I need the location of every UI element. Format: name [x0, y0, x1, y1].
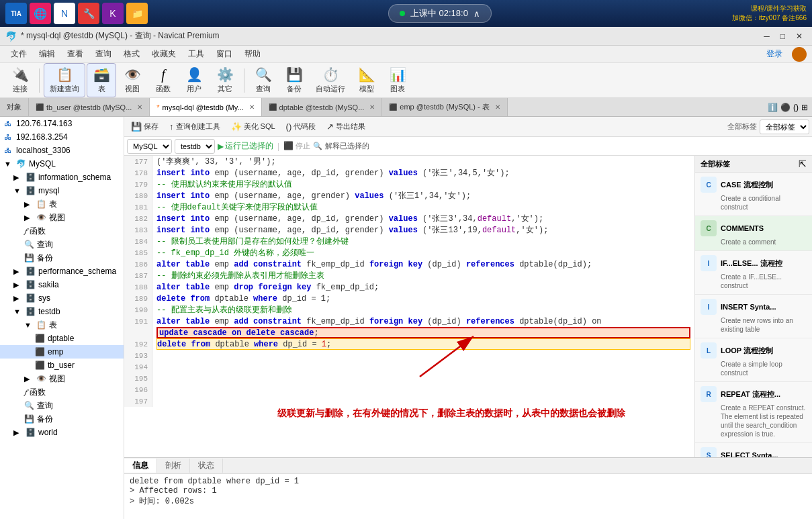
sidebar-conn-1[interactable]: 🖧 120.76.174.163	[0, 117, 124, 130]
sidebar-performance-schema[interactable]: ▶ 🗄️ performance_schema	[0, 265, 124, 278]
toolbar-user[interactable]: 👤 用户	[179, 64, 209, 97]
sidebar-world[interactable]: ▶ 🗄️ world	[0, 426, 124, 439]
sidebar-mysql-func[interactable]: 𝑓 函数	[0, 224, 124, 238]
testdb-query-label: 查询	[37, 400, 53, 412]
right-panel-loop-header[interactable]: L LOOP 流程控制	[695, 338, 812, 360]
sidebar-testdb-view[interactable]: ▶ 👁️ 视图	[0, 372, 124, 385]
tab-dptable-close[interactable]: ✕	[369, 103, 375, 111]
toolbar-other[interactable]: ⚙️ 其它	[210, 64, 240, 97]
sidebar-information-schema[interactable]: ▶ 🗄️ information_schema	[0, 171, 124, 184]
right-panel-expand-icon[interactable]: ⇱	[799, 158, 807, 169]
menu-format[interactable]: 格式	[118, 47, 145, 61]
tab-emp-close[interactable]: ✕	[495, 103, 500, 111]
menu-view[interactable]: 查看	[62, 47, 89, 61]
explain-btn[interactable]: 🔍 解释已选择的	[313, 141, 369, 151]
sidebar-mysql[interactable]: ▼ 🐬 MySQL	[0, 157, 124, 171]
taskbar-center: 上课中 02:18:0 ∧	[150, 4, 729, 23]
menu-tools[interactable]: 工具	[183, 47, 210, 61]
toolbar-chart[interactable]: 📊 图表	[383, 64, 412, 97]
tab-dptable[interactable]: ⬛ dptable @testdb (MySQ... ✕	[262, 98, 383, 116]
top-ad[interactable]: 课程/课件学习获取 加微信：itzy007 备注666	[732, 4, 807, 23]
tab-mysql-dql[interactable]: * mysql-dql @testdb (My... ✕	[150, 98, 261, 116]
user-avatar[interactable]	[792, 47, 807, 62]
right-panel-insert-header[interactable]: I INSERT Synta...	[695, 295, 812, 316]
right-panel-select-header[interactable]: S SELECT Synta...	[695, 443, 812, 457]
login-link[interactable]: 登录	[761, 47, 788, 61]
toolbar-autorun[interactable]: ⏱️ 自动运行	[310, 64, 351, 97]
schema-select[interactable]: testdb	[175, 139, 215, 154]
class-timer[interactable]: 上课中 02:18:0 ∧	[388, 4, 492, 23]
sidebar-testdb[interactable]: ▼ 🗄️ testdb	[0, 305, 124, 318]
tab-info-icon[interactable]: ℹ️	[768, 103, 778, 112]
menu-favorites[interactable]: 收藏夹	[146, 47, 181, 61]
sidebar-conn-2[interactable]: 🖧 192.168.3.254	[0, 130, 124, 144]
sidebar-mysql-backup[interactable]: 💾 备份	[0, 251, 124, 265]
bottom-tab-profile[interactable]: 剖析	[157, 459, 190, 473]
toolbar-new-query[interactable]: 📋 新建查询	[44, 63, 85, 97]
all-tags-select[interactable]: 全部标签	[760, 120, 809, 134]
sidebar-dptable[interactable]: ⬛ dptable	[0, 332, 124, 345]
run-selected-btn[interactable]: ▶ 运行已选择的	[218, 140, 273, 152]
window-close[interactable]: ✕	[792, 32, 807, 41]
ps-expand-icon: ▶	[13, 267, 23, 276]
stop-btn[interactable]: ⬛ 停止	[283, 141, 310, 151]
db-type-select[interactable]: MySQL	[127, 139, 172, 154]
tab-circle-icon[interactable]: ⚫	[780, 103, 791, 112]
sidebar-mysql-query[interactable]: 🔍 查询	[0, 238, 124, 251]
beautify-btn[interactable]: ✨ 美化 SQL	[227, 120, 279, 133]
right-panel-comments-header[interactable]: C COMMENTS	[695, 216, 812, 238]
sidebar-emp[interactable]: ⬛ emp	[0, 345, 124, 359]
bottom-tab-info[interactable]: 信息	[124, 459, 157, 473]
menu-edit[interactable]: 编辑	[34, 47, 60, 61]
export-btn[interactable]: ↗ 导出结果	[322, 120, 369, 133]
toolbar-backup[interactable]: 💾 备份	[279, 64, 309, 97]
query-builder-btn[interactable]: ↑ 查询创建工具	[165, 120, 224, 133]
menu-window[interactable]: 窗口	[211, 47, 238, 61]
toolbar-query[interactable]: 🔍 查询	[249, 64, 278, 97]
taskbar-icon-2[interactable]: 🌐	[30, 3, 51, 24]
sidebar-testdb-table-folder[interactable]: ▼ 📋 表	[0, 318, 124, 332]
tab-grid-icon[interactable]: ⊞	[801, 103, 808, 112]
tab-emp[interactable]: ⬛ emp @testdb (MySQL) - 表 ✕	[382, 98, 507, 116]
sidebar-testdb-func[interactable]: 𝑓 函数	[0, 385, 124, 399]
window-minimize[interactable]: ─	[760, 32, 774, 41]
sidebar-testdb-query[interactable]: 🔍 查询	[0, 399, 124, 412]
right-panel-repeat-header[interactable]: R REPEAT 流程控...	[695, 382, 812, 404]
toolbar-connect[interactable]: 🔌 连接	[5, 64, 35, 97]
right-panel-case-header[interactable]: C CASE 流程控制	[695, 173, 812, 194]
sidebar-mysql-view[interactable]: ▶ 👁️ 视图	[0, 211, 124, 224]
menu-query[interactable]: 查询	[90, 47, 117, 61]
toolbar-view[interactable]: 👁️ 视图	[118, 64, 147, 97]
menu-help[interactable]: 帮助	[239, 47, 266, 61]
tab-mysql-dql-close[interactable]: ✕	[249, 103, 255, 111]
sidebar-conn-3[interactable]: 🖧 localhost_3306	[0, 144, 124, 157]
sidebar-sakila[interactable]: ▶ 🗄️ sakila	[0, 278, 124, 291]
mysql-db-expand-icon: ▼	[13, 187, 23, 195]
taskbar-icon-6[interactable]: 📁	[126, 3, 148, 24]
sidebar-testdb-backup[interactable]: 💾 备份	[0, 412, 124, 426]
toolbar-model[interactable]: 📐 模型	[352, 64, 381, 97]
bottom-tabs: 信息 剖析 状态	[124, 458, 812, 474]
tab-bracket-icon[interactable]: ()	[793, 103, 799, 112]
window-maximize[interactable]: □	[776, 32, 789, 41]
tab-tb-user-close[interactable]: ✕	[137, 103, 142, 111]
menu-file[interactable]: 文件	[5, 47, 32, 61]
tab-objects[interactable]: 对象	[0, 98, 29, 116]
sidebar-tb-user[interactable]: ⬛ tb_user	[0, 359, 124, 372]
taskbar-icon-4[interactable]: 🔧	[78, 3, 99, 24]
taskbar-icon-3[interactable]: N	[54, 3, 75, 24]
code-editor[interactable]: 177 178 179 180 181 182 183 184 185 186 …	[124, 156, 694, 457]
right-panel-ifelse-header[interactable]: I IF...ELSE... 流程控	[695, 251, 812, 273]
save-btn[interactable]: 💾 保存	[127, 120, 163, 133]
bottom-tab-status[interactable]: 状态	[190, 459, 223, 473]
tab-tb-user[interactable]: ⬛ tb_user @testdb (MySQ... ✕	[29, 98, 150, 116]
taskbar-icon-1[interactable]: TIA	[5, 3, 27, 24]
toolbar-func[interactable]: f 函数	[148, 64, 178, 97]
sidebar-mysql-db[interactable]: ▼ 🗄️ mysql	[0, 184, 124, 197]
taskbar-icon-5[interactable]: K	[102, 3, 124, 24]
bottom-line-2: > Affected rows: 1	[130, 486, 807, 496]
toolbar-table[interactable]: 🗃️ 表	[87, 63, 116, 97]
snippet-btn[interactable]: () 代码段	[282, 120, 320, 133]
sidebar-mysql-table[interactable]: ▶ 📋 表	[0, 197, 124, 211]
sidebar-sys[interactable]: ▶ 🗄️ sys	[0, 291, 124, 305]
